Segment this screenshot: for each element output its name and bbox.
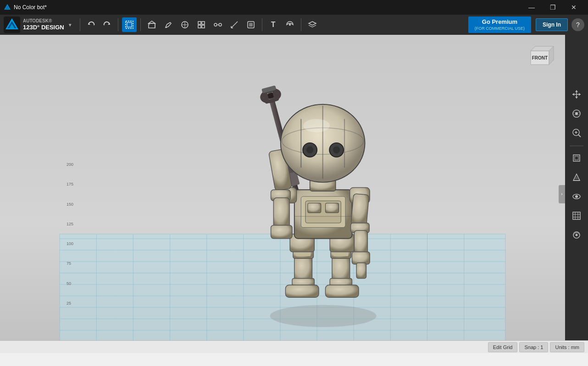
svg-rect-18: [198, 22, 201, 24]
ruler-marks-vertical: 200 175 150 125 100 75 50 25: [67, 162, 73, 306]
svg-rect-96: [356, 262, 366, 278]
ruler-mark-150v: 150: [67, 202, 73, 207]
svg-rect-70: [286, 285, 319, 297]
materials-button[interactable]: [244, 17, 258, 32]
pattern-icon: [213, 20, 222, 29]
ruler-mark-200v: 200: [67, 162, 73, 167]
svg-marker-117: [579, 93, 581, 96]
svg-point-23: [219, 23, 222, 26]
fit-view-button[interactable]: [568, 150, 585, 166]
svg-point-107: [303, 119, 330, 132]
svg-rect-83: [308, 203, 321, 213]
title-bar-controls: — ❐ ✕: [521, 0, 584, 15]
maximize-button[interactable]: ❐: [542, 0, 563, 15]
right-panel: [565, 35, 588, 353]
measure-button[interactable]: [227, 17, 242, 32]
svg-marker-116: [572, 93, 574, 96]
app-icon: [4, 4, 11, 11]
go-premium-button[interactable]: Go Premium (FOR COMMERCIAL USE): [468, 16, 531, 33]
edit-grid-button[interactable]: Edit Grid: [488, 342, 518, 352]
svg-rect-9: [127, 22, 132, 27]
show-hide-button[interactable]: [568, 188, 585, 205]
view-cube[interactable]: FRONT: [524, 39, 560, 76]
autodesk-logo: [4, 16, 20, 33]
select-tool-button[interactable]: [122, 17, 137, 32]
svg-rect-126: [575, 156, 578, 160]
view-cube-svg[interactable]: FRONT: [524, 39, 560, 76]
logo-dropdown-icon[interactable]: ▼: [68, 22, 72, 27]
primitives-button[interactable]: [144, 17, 159, 32]
construct-button[interactable]: [178, 17, 192, 32]
perspective-icon: [571, 172, 582, 182]
construct-icon: [180, 20, 189, 29]
separator-1: [80, 18, 80, 31]
svg-rect-92: [351, 193, 369, 225]
sketch-button[interactable]: [161, 17, 176, 32]
svg-rect-20: [198, 25, 201, 28]
redo-button[interactable]: [100, 17, 114, 32]
svg-rect-136: [573, 212, 580, 219]
ruler-mark-75v: 75: [67, 261, 73, 266]
grid-toggle-button[interactable]: [568, 208, 585, 224]
text-button[interactable]: T: [266, 17, 281, 32]
text-icon: T: [271, 21, 276, 29]
title-bar: No Color bot* — ❐ ✕: [0, 0, 588, 15]
svg-rect-21: [202, 25, 205, 28]
pattern-button[interactable]: [211, 17, 225, 32]
zoom-button[interactable]: [568, 125, 585, 141]
ruler-mark-50v: 50: [67, 281, 73, 286]
orbit-button[interactable]: [568, 105, 585, 122]
svg-marker-114: [575, 90, 578, 92]
snap3d-button[interactable]: [568, 227, 585, 243]
panel-separator: [570, 146, 583, 146]
svg-point-131: [575, 195, 578, 198]
toolbar: AUTODESK® 123D° DESIGN ▼: [0, 15, 588, 35]
layers-icon: [308, 20, 317, 29]
svg-rect-90: [273, 197, 289, 229]
snap-value-button[interactable]: Snap : 1: [519, 342, 548, 352]
separator-5: [301, 18, 301, 31]
svg-point-59: [270, 305, 377, 327]
svg-point-119: [575, 112, 578, 115]
snap-icon: [285, 20, 294, 29]
modify-icon: [197, 20, 206, 29]
modify-button[interactable]: [194, 17, 209, 32]
perspective-button[interactable]: [568, 169, 585, 186]
svg-point-22: [214, 23, 217, 26]
sketch-icon: [164, 20, 173, 29]
robot-svg: [191, 61, 420, 327]
svg-point-105: [306, 146, 313, 153]
svg-marker-11: [149, 21, 155, 23]
zoom-icon: [571, 128, 582, 138]
collapse-icon: ›: [561, 191, 562, 197]
viewport[interactable]: 25 50 75 100 125 150 175 200 200 175 150…: [0, 35, 565, 353]
svg-point-138: [576, 234, 578, 236]
minimize-button[interactable]: —: [521, 0, 542, 15]
svg-marker-115: [575, 97, 578, 98]
help-button[interactable]: ?: [571, 18, 584, 31]
svg-rect-91: [271, 225, 292, 238]
svg-rect-19: [202, 22, 205, 24]
eye-icon: [571, 191, 582, 202]
window-title: No Color bot*: [14, 4, 47, 11]
primitives-icon: [147, 20, 156, 29]
svg-rect-95: [352, 251, 370, 264]
units-button[interactable]: Units : mm: [550, 342, 584, 352]
svg-point-30: [289, 24, 291, 26]
close-button[interactable]: ✕: [563, 0, 584, 15]
separator-4: [262, 18, 262, 31]
snap-button[interactable]: [283, 17, 297, 32]
redo-icon: [103, 21, 111, 29]
nav-buttons: [84, 17, 114, 32]
pan-button[interactable]: [568, 86, 585, 103]
svg-rect-8: [126, 21, 133, 28]
separator-2: [118, 18, 118, 31]
svg-rect-125: [573, 155, 580, 161]
undo-button[interactable]: [84, 17, 99, 32]
sign-in-button[interactable]: Sign In: [536, 18, 568, 31]
right-panel-collapse[interactable]: ›: [559, 185, 565, 203]
svg-rect-29: [249, 23, 253, 27]
layers-button[interactable]: [305, 17, 320, 32]
go-premium-sublabel: (FOR COMMERCIAL USE): [475, 26, 525, 32]
measure-icon: [230, 20, 239, 29]
